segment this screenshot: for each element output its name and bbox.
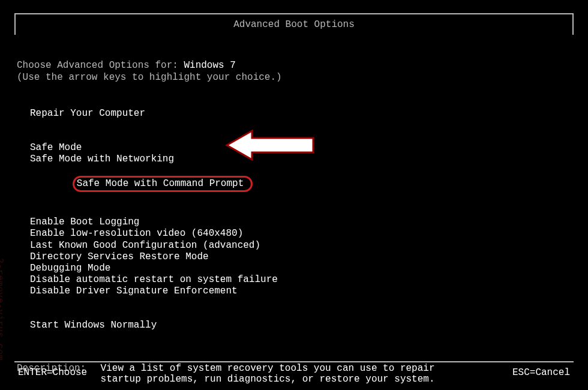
- menu-boot-logging[interactable]: Enable Boot Logging: [30, 217, 571, 228]
- menu-safe-mode-cmd[interactable]: Safe Mode with Command Prompt: [30, 166, 571, 204]
- arrow-keys-hint: (Use the arrow keys to highlight your ch…: [17, 72, 571, 83]
- os-name: Windows 7: [184, 60, 235, 71]
- footer-enter: ENTER=Choose: [18, 367, 87, 378]
- menu-start-normally[interactable]: Start Windows Normally: [30, 320, 571, 331]
- content-area: Choose Advanced Options for: Windows 7 (…: [0, 60, 588, 385]
- title-bar: Advanced Boot Options: [14, 13, 574, 35]
- footer-esc: ESC=Cancel: [512, 367, 570, 378]
- menu-repair-computer[interactable]: Repair Your Computer: [30, 108, 571, 119]
- menu-low-res-video[interactable]: Enable low-resolution video (640x480): [30, 228, 571, 239]
- footer-bar: ENTER=Choose ESC=Cancel: [14, 361, 574, 378]
- menu-disable-auto-restart[interactable]: Disable automatic restart on system fail…: [30, 274, 571, 286]
- boot-menu[interactable]: Repair Your Computer Safe Mode Safe Mode…: [30, 108, 571, 332]
- menu-debugging[interactable]: Debugging Mode: [30, 263, 571, 274]
- menu-safe-mode-networking[interactable]: Safe Mode with Networking: [30, 154, 571, 165]
- menu-disable-driver-sig[interactable]: Disable Driver Signature Enforcement: [30, 286, 571, 297]
- menu-last-known-good[interactable]: Last Known Good Configuration (advanced): [30, 240, 571, 251]
- watermark-text: 2-remove-virus.com: [0, 258, 5, 361]
- choose-line: Choose Advanced Options for: Windows 7: [17, 60, 571, 71]
- menu-safe-mode[interactable]: Safe Mode: [30, 142, 571, 154]
- screen-title: Advanced Boot Options: [233, 19, 355, 30]
- choose-prefix: Choose Advanced Options for:: [17, 60, 184, 71]
- highlighted-option: Safe Mode with Command Prompt: [73, 176, 253, 192]
- menu-dsrm[interactable]: Directory Services Restore Mode: [30, 251, 571, 263]
